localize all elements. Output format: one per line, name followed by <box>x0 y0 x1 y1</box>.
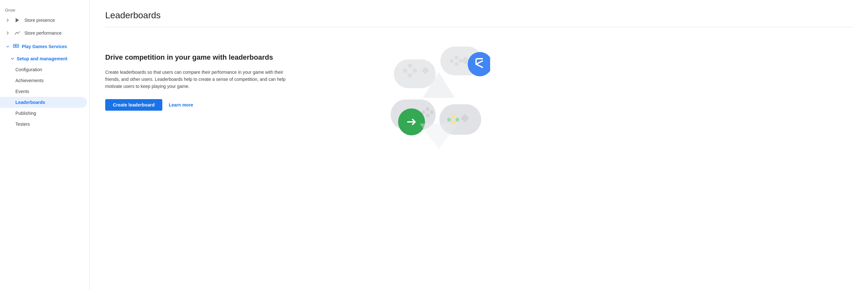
sidebar-item-label: Store presence <box>24 18 55 23</box>
sidebar-item-leaderboards[interactable]: Leaderboards <box>0 97 87 108</box>
learn-more-link[interactable]: Learn more <box>169 102 193 107</box>
svg-point-7 <box>16 45 17 46</box>
sidebar-item-play-games-services[interactable]: Play Games Services <box>0 39 90 53</box>
sidebar-item-configuration[interactable]: Configuration <box>0 64 87 75</box>
svg-point-29 <box>430 110 434 114</box>
svg-point-18 <box>450 59 454 63</box>
sidebar-item-store-performance[interactable]: Store performance <box>0 27 87 39</box>
svg-point-10 <box>408 64 412 68</box>
sidebar-item-label: Store performance <box>24 30 62 36</box>
collapse-arrow-icon <box>5 18 10 23</box>
sidebar-item-testers[interactable]: Testers <box>0 119 87 130</box>
sidebar-item-achievements[interactable]: Achievements <box>0 75 87 86</box>
illustration <box>388 40 490 149</box>
action-buttons: Create leaderboard Learn more <box>105 99 298 111</box>
leaderboards-label: Leaderboards <box>16 100 45 105</box>
play-games-icon <box>13 43 19 50</box>
svg-point-36 <box>456 118 459 122</box>
content-text-block: Drive competition in your game with lead… <box>105 40 298 111</box>
collapse-arrow-icon-perf <box>5 30 10 36</box>
sidebar: Grow Store presence Store performance <box>0 0 90 290</box>
svg-point-27 <box>426 107 430 111</box>
svg-point-28 <box>426 114 430 118</box>
svg-point-20 <box>455 62 458 66</box>
svg-point-34 <box>451 115 455 118</box>
sidebar-item-store-presence[interactable]: Store presence <box>0 14 87 27</box>
store-presence-icon <box>14 17 21 24</box>
testers-label: Testers <box>16 122 30 127</box>
sidebar-grow-label: Grow <box>0 5 90 14</box>
setup-management-label: Setup and management <box>17 56 67 61</box>
svg-point-19 <box>455 56 458 60</box>
title-divider <box>105 27 852 27</box>
events-label: Events <box>16 89 29 94</box>
main-content: Leaderboards Drive competition in your g… <box>90 0 868 290</box>
leaderboards-illustration <box>388 40 490 149</box>
svg-rect-32 <box>463 115 466 122</box>
configuration-label: Configuration <box>16 67 42 72</box>
content-headline: Drive competition in your game with lead… <box>105 53 298 62</box>
svg-point-11 <box>408 73 412 77</box>
content-area: Drive competition in your game with lead… <box>105 40 490 149</box>
svg-marker-39 <box>420 124 458 149</box>
sidebar-item-publishing[interactable]: Publishing <box>0 108 87 119</box>
publishing-label: Publishing <box>16 111 36 116</box>
create-leaderboard-button[interactable]: Create leaderboard <box>105 99 162 111</box>
sidebar-item-events[interactable]: Events <box>0 86 87 97</box>
svg-rect-8 <box>394 59 436 88</box>
page-title: Leaderboards <box>105 10 852 21</box>
svg-point-12 <box>412 68 417 73</box>
svg-rect-17 <box>464 57 467 64</box>
svg-rect-14 <box>424 67 427 74</box>
svg-point-33 <box>447 118 451 122</box>
svg-point-6 <box>17 45 18 46</box>
store-performance-icon <box>14 30 21 36</box>
svg-point-9 <box>403 68 407 73</box>
svg-marker-0 <box>16 18 19 23</box>
play-games-label: Play Games Services <box>22 44 67 49</box>
content-body-text: Create leaderboards so that users can co… <box>105 69 298 90</box>
svg-point-21 <box>459 59 463 63</box>
setup-management-header[interactable]: Setup and management <box>0 53 90 64</box>
achievements-label: Achievements <box>16 78 43 83</box>
